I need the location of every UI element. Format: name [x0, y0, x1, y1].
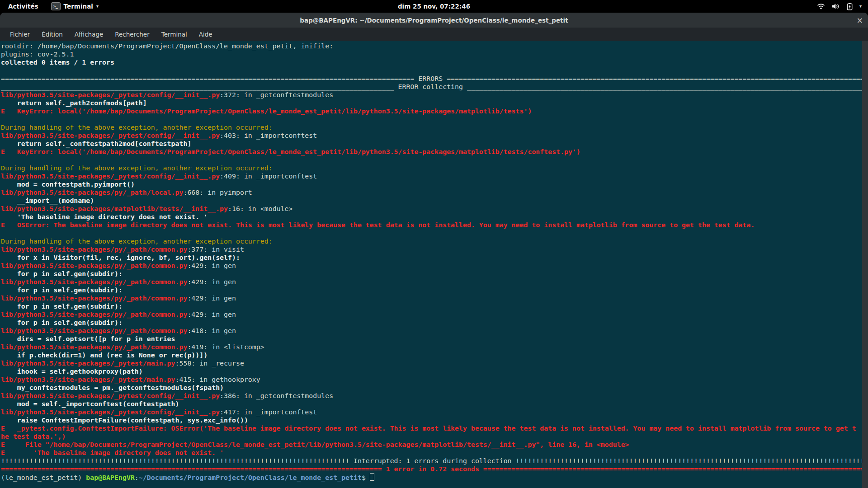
terminal-line: for p in self.gen(subdir):	[1, 302, 868, 310]
terminal-line: E KeyError: local('/home/bap/Documents/P…	[1, 107, 868, 115]
terminal-line: (le_monde_est_petit) bap@BAPEngVR:~/Docu…	[1, 473, 868, 481]
terminal-line: ________________________________________…	[1, 83, 868, 91]
terminal-line: return self._conftestpath2mod[conftestpa…	[1, 140, 868, 148]
menu-item-rechercher[interactable]: Rechercher	[109, 31, 155, 38]
terminal-line: lib/python3.5/site-packages/_pytest/conf…	[1, 91, 868, 99]
terminal-line: lib/python3.5/site-packages/py/_path/com…	[1, 262, 868, 270]
wifi-icon	[817, 3, 825, 9]
terminal-app-icon: >_	[51, 2, 61, 10]
system-menu[interactable]: ▾	[817, 3, 868, 10]
terminal-line: lib/python3.5/site-packages/_pytest/conf…	[1, 408, 868, 416]
terminal-line: mod = conftestpath.pyimport()	[1, 180, 868, 188]
menu-item-edition[interactable]: Édition	[36, 31, 69, 38]
terminal-line: rootdir: /home/bap/Documents/ProgramProj…	[1, 42, 868, 50]
window-title: bap@BAPEngVR: ~/Documents/ProgramProject…	[300, 17, 568, 24]
gnome-top-bar: Activités >_ Terminal ▾ dim 25 nov, 07:2…	[0, 0, 868, 13]
terminal-line: collected 0 items / 1 errors	[1, 58, 868, 66]
terminal-line: if p.check(dir=1) and (rec is None or re…	[1, 351, 868, 359]
terminal-line: E OSError: The baseline image directory …	[1, 221, 868, 229]
terminal-line: lib/python3.5/site-packages/py/_path/com…	[1, 343, 868, 351]
terminal-line: for p in self.gen(subdir):	[1, 270, 868, 278]
menu-bar: FichierÉditionAffichageRechercherTermina…	[0, 28, 868, 41]
terminal-line: dirs = self.optsort([p for p in entries	[1, 335, 868, 343]
terminal-line: return self._path2confmods[path]	[1, 99, 868, 107]
terminal-line: lib/python3.5/site-packages/_pytest/conf…	[1, 392, 868, 400]
terminal-line: he test data.',)	[1, 432, 868, 441]
terminal-line: E KeyError: local('/home/bap/Documents/P…	[1, 148, 868, 156]
terminal-line: During handling of the above exception, …	[1, 237, 868, 245]
terminal-line: lib/python3.5/site-packages/py/_path/loc…	[1, 188, 868, 197]
menu-item-affichage[interactable]: Affichage	[69, 31, 109, 38]
menu-item-terminal[interactable]: Terminal	[156, 31, 193, 38]
terminal-line: my_conftestmodules = pm._getconftestmodu…	[1, 384, 868, 392]
terminal-line: raise ConftestImportFailure(conftestpath…	[1, 416, 868, 424]
window-titlebar[interactable]: bap@BAPEngVR: ~/Documents/ProgramProject…	[0, 13, 868, 28]
terminal-line: ========================================…	[1, 75, 868, 83]
menu-item-fichier[interactable]: Fichier	[4, 31, 36, 38]
terminal-line: lib/python3.5/site-packages/_pytest/main…	[1, 375, 868, 384]
terminal-line: for p in self.gen(subdir):	[1, 319, 868, 327]
terminal-line: During handling of the above exception, …	[1, 164, 868, 172]
battery-charging-icon	[847, 3, 853, 10]
activities-button[interactable]: Activités	[0, 3, 47, 10]
app-menu-label: Terminal	[64, 3, 93, 10]
chevron-down-icon: ▾	[859, 4, 862, 9]
clock[interactable]: dim 25 nov, 07:22:46	[398, 0, 470, 13]
terminal-line: lib/python3.5/site-packages/_pytest/main…	[1, 359, 868, 367]
terminal-line: __import__(modname)	[1, 197, 868, 205]
terminal-line	[1, 156, 868, 164]
terminal-cursor	[370, 473, 374, 481]
terminal-line	[1, 66, 868, 75]
terminal-line: E _pytest.config.ConftestImportFailure: …	[1, 424, 868, 432]
terminal-line: plugins: cov-2.5.1	[1, 50, 868, 58]
terminal-line: lib/python3.5/site-packages/_pytest/conf…	[1, 172, 868, 180]
terminal-line: lib/python3.5/site-packages/py/_path/com…	[1, 278, 868, 286]
terminal-line: for p in self.gen(subdir):	[1, 286, 868, 294]
terminal-line: !!!!!!!!!!!!!!!!!!!!!!!!!!!!!!!!!!!!!!!!…	[1, 457, 868, 465]
terminal-line: lib/python3.5/site-packages/py/_path/com…	[1, 327, 868, 335]
chevron-down-icon: ▾	[96, 4, 99, 9]
terminal-line: 'The baseline image directory does not e…	[1, 213, 868, 221]
volume-icon	[832, 3, 840, 9]
terminal-line: lib/python3.5/site-packages/_pytest/conf…	[1, 131, 868, 140]
menu-item-aide[interactable]: Aide	[193, 31, 218, 38]
terminal-line: lib/python3.5/site-packages/matplotlib/t…	[1, 205, 868, 213]
app-menu-terminal[interactable]: >_ Terminal ▾	[47, 2, 103, 10]
scrollbar-gutter[interactable]	[862, 41, 868, 488]
terminal-line: E File "/home/bap/Documents/ProgramProje…	[1, 441, 868, 449]
terminal-line: ihook = self.gethookproxy(path)	[1, 367, 868, 375]
terminal-line: During handling of the above exception, …	[1, 123, 868, 131]
terminal-line: lib/python3.5/site-packages/py/_path/com…	[1, 245, 868, 253]
terminal-line: lib/python3.5/site-packages/py/_path/com…	[1, 310, 868, 319]
terminal-line	[1, 229, 868, 237]
terminal-line: ========================================…	[1, 465, 868, 473]
terminal-line: mod = self._importconftest(conftestpath)	[1, 400, 868, 408]
terminal-screen[interactable]: rootdir: /home/bap/Documents/ProgramProj…	[0, 41, 868, 488]
terminal-line	[1, 115, 868, 123]
close-button[interactable]: ×	[857, 13, 863, 28]
terminal-line: lib/python3.5/site-packages/py/_path/com…	[1, 294, 868, 302]
terminal-line: for x in Visitor(fil, rec, ignore, bf, s…	[1, 253, 868, 262]
terminal-line: E 'The baseline image directory does not…	[1, 449, 868, 457]
